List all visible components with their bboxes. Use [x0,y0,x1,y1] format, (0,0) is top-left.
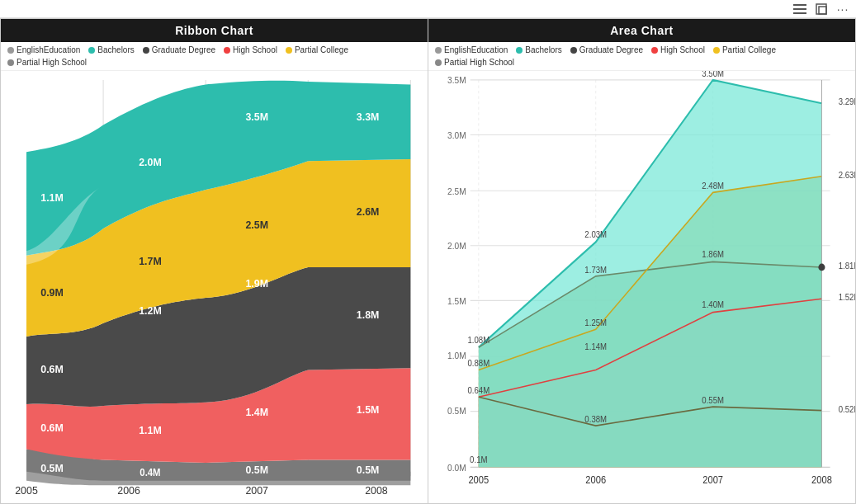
svg-text:3.50M: 3.50M [702,71,724,78]
svg-rect-3 [816,4,826,14]
legend-dot-highschool [224,47,230,54]
area-legend-item-bachelors: Bachelors [516,45,561,54]
legend-dot-partialcollege [286,47,292,54]
area-legend-label-highschool: High School [660,45,705,54]
legend-dot-graduate [143,47,149,54]
area-legend-dot-highschool [651,47,658,54]
svg-text:2.0M: 2.0M [139,155,162,167]
svg-text:3.0M: 3.0M [447,130,466,140]
legend-label-partialhighschool: Partial High School [17,58,87,67]
area-legend-item-graduate: Graduate Degree [570,45,643,54]
more-options-icon[interactable]: ··· [836,2,849,16]
area-legend-dot-bachelors [516,47,523,54]
svg-text:1.5M: 1.5M [447,295,466,305]
legend-label-bachelors: Bachelors [97,45,134,54]
legend-label-english: EnglishEducation [17,45,80,54]
svg-text:2.5M: 2.5M [245,219,268,231]
legend-item-partialcollege: Partial College [286,45,348,54]
svg-text:1.7M: 1.7M [139,254,162,266]
svg-text:1.73M: 1.73M [584,265,607,274]
svg-text:2.0M: 2.0M [447,241,466,251]
area-legend-label-bachelors: Bachelors [525,45,561,54]
svg-text:1.2M: 1.2M [139,304,162,316]
ribbon-chart-legend: EnglishEducation Bachelors Graduate Degr… [1,42,428,71]
svg-text:0.1M: 0.1M [470,455,487,464]
area-legend-label-partialhighschool: Partial High School [444,58,514,67]
area-legend-label-graduate: Graduate Degree [579,45,643,54]
svg-text:2.03M: 2.03M [584,230,607,239]
charts-container: Ribbon Chart EnglishEducation Bachelors … [0,18,856,504]
svg-text:3.29M: 3.29M [839,97,855,106]
svg-text:2.6M: 2.6M [357,205,380,217]
svg-text:3.5M: 3.5M [245,111,268,123]
svg-text:1.0M: 1.0M [447,351,466,360]
svg-text:0.38M: 0.38M [584,414,607,423]
hamburger-icon[interactable] [793,2,806,16]
top-bar: ··· [0,0,856,18]
legend-label-partialcollege: Partial College [295,45,348,54]
svg-rect-4 [819,7,826,14]
area-legend-label-partialcollege: Partial College [722,45,776,54]
svg-text:1.9M: 1.9M [245,277,268,290]
svg-text:0.5M: 0.5M [40,461,64,473]
svg-point-75 [818,264,825,271]
svg-text:0.88M: 0.88M [467,359,489,368]
svg-text:2007: 2007 [245,484,268,497]
svg-text:1.5M: 1.5M [357,403,380,416]
svg-text:1.25M: 1.25M [584,318,607,327]
area-legend-item-partialhighschool: Partial High School [435,58,514,67]
svg-text:0.64M: 0.64M [467,385,489,394]
svg-text:0.5M: 0.5M [245,464,268,476]
svg-text:2008: 2008 [365,484,388,497]
legend-dot-bachelors [88,47,95,54]
svg-text:1.14M: 1.14M [584,342,607,351]
legend-item-english: EnglishEducation [7,45,80,54]
legend-dot-partialhighschool [7,59,14,66]
svg-text:2008: 2008 [811,475,832,485]
svg-rect-1 [793,8,806,10]
svg-rect-0 [793,4,806,6]
svg-text:2006: 2006 [585,475,606,485]
ribbon-chart-title: Ribbon Chart [1,19,428,42]
area-legend-dot-graduate [570,47,577,54]
svg-text:3.5M: 3.5M [447,75,466,85]
area-legend-dot-english [435,47,442,54]
svg-rect-2 [793,12,806,14]
svg-text:0.4M: 0.4M [140,467,160,478]
legend-label-graduate: Graduate Degree [152,45,215,54]
svg-text:2007: 2007 [702,475,723,485]
legend-item-bachelors: Bachelors [88,45,134,54]
svg-text:1.4M: 1.4M [245,406,268,418]
svg-text:0.6M: 0.6M [40,362,64,374]
svg-text:0.9M: 0.9M [40,286,64,299]
window-controls: ··· [793,2,849,16]
window-icon[interactable] [815,2,828,16]
area-legend-item-highschool: High School [651,45,705,54]
ribbon-chart-body: 1.1M 2.0M 3.5M 3.3M 0.9M 1.7M 2.5M 2.6M … [1,71,428,503]
svg-text:1.8M: 1.8M [357,309,380,321]
area-chart-body: 3.5M 3.0M 2.5M 2.0M 1.5M 1.0M 0.5M 0.0M [428,71,855,503]
svg-text:2.48M: 2.48M [702,181,724,191]
area-chart-legend: EnglishEducation Bachelors Graduate Degr… [428,42,855,71]
legend-item-highschool: High School [224,45,277,54]
ribbon-chart-svg: 1.1M 2.0M 3.5M 3.3M 0.9M 1.7M 2.5M 2.6M … [1,71,428,503]
svg-text:2005: 2005 [468,475,489,485]
svg-text:1.86M: 1.86M [702,250,724,259]
svg-text:1.1M: 1.1M [40,191,64,204]
area-legend-label-english: EnglishEducation [444,45,508,54]
area-legend-dot-partialcollege [713,47,720,54]
svg-text:2.63M: 2.63M [839,171,855,180]
legend-dot-english [7,47,14,54]
legend-item-partialhighschool: Partial High School [7,58,87,67]
svg-text:2.5M: 2.5M [447,186,466,195]
svg-text:1.1M: 1.1M [139,424,162,436]
svg-text:3.3M: 3.3M [357,111,380,123]
ribbon-chart-panel: Ribbon Chart EnglishEducation Bachelors … [0,18,428,504]
svg-text:1.08M: 1.08M [467,335,489,344]
area-legend-dot-partialhighschool [435,59,442,66]
svg-text:1.81M: 1.81M [839,261,855,271]
legend-item-graduate: Graduate Degree [143,45,215,54]
svg-text:0.0M: 0.0M [447,462,466,472]
svg-text:0.55M: 0.55M [702,395,724,404]
svg-text:0.5M: 0.5M [357,464,380,476]
